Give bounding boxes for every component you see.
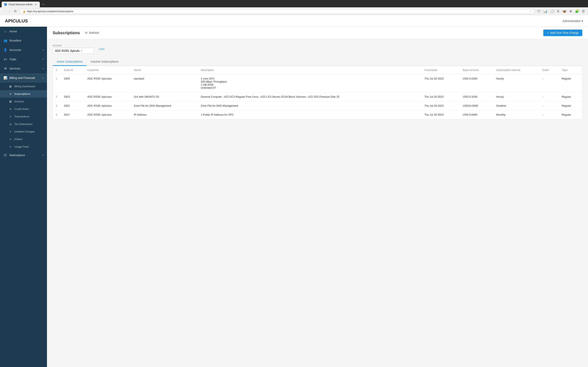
home-icon: ⌂ [3,30,7,33]
sidebar-subitem-tax-deductions[interactable]: ◎ Tax Deductions [0,120,47,128]
sidebar-subitem-subscriptions[interactable]: ≡ Subscriptions [0,90,47,98]
new-tab-button[interactable]: + [41,2,46,7]
cell-subs-id: 2923 [61,92,85,101]
sidebar-item-resellers[interactable]: 👥 Resellers [0,36,47,45]
main-content: Subscriptions ↻ Refresh + Add One-Time C… [47,27,588,367]
butterfly-icon[interactable]: 🦋 [562,8,567,14]
add-one-time-charge-button[interactable]: + Add One-Time Charge [543,30,582,36]
cell-num: 1 [53,74,61,92]
tab-active-subscriptions[interactable]: Active Subscriptions [53,58,86,66]
col-base-amount: Base Amount [460,66,493,74]
content-area: Account ADC-R335: Apiculu ▾ .CSV Active … [47,39,588,367]
sidebar-subitem-label: Transactions [14,115,29,118]
cell-name: 2c4 with UBUNTU 20 [131,92,198,101]
subscriptions-table-container: # Subs ID Customer Name Description Purc… [53,66,582,119]
table-row: 1 2925 ADC-R335: Apiculus standard 1 cor… [53,74,582,92]
sidebar-item-trials[interactable]: 🏷 Trials ▾ [0,55,47,64]
trials-icon: 🏷 [3,58,7,61]
col-customer: Customer [85,66,131,74]
col-order: Order [539,66,559,74]
tax-deductions-icon: ◎ [9,123,12,125]
app-header: APICULUS Administration ▾ [0,15,588,27]
table-row: 2 2923 ADC-R335: Apiculus 2c4 with UBUNT… [53,92,582,101]
cell-description: 1 Public IP Address for VPC [198,110,422,119]
settings-icon[interactable]: ⚙ [568,8,573,14]
sidebar-subitem-label: Subscriptions [14,92,30,95]
nav-refresh-button[interactable]: ↻ [13,8,18,14]
nav-back-button[interactable]: ‹ [2,9,6,14]
col-description: Description [198,66,422,74]
unbilled-charges-icon: ≡ [9,130,12,133]
add-button-label: Add One-Time Charge [550,31,579,34]
cell-order: - [539,92,559,101]
sidebar-item-label: Accounts [9,48,40,52]
extensions-icon[interactable]: 🧩 [574,8,580,14]
sidebar-subitem-invoices[interactable]: ▦ Invoices [0,98,47,105]
sidebar-subitem-transactions[interactable]: ≡ Transactions [0,113,47,120]
cell-num: 3 [53,101,61,110]
cell-type: Regular [559,110,582,119]
sidebar-item-label: Trials [9,58,40,61]
sidebar-subitem-usage-feed[interactable]: ≡ Usage Feed [0,143,47,150]
col-subs-id: Subs ID [61,66,85,74]
sidebar-subitem-label: Credit Notes [14,108,29,110]
refresh-button[interactable]: ↻ Refresh [83,30,101,36]
orders-icon: ≡ [9,138,12,141]
billing-dashboard-icon: ▦ [9,85,12,88]
page-title: Subscriptions [53,31,80,35]
tab-inactive-subscriptions[interactable]: Inactive Subscriptions [86,58,122,66]
sidebar-item-marketplace[interactable]: 🛒 Marketplace ▾ [0,150,47,160]
address-bar[interactable]: 🔒 https://try.apiculus.io/admin/#/subscr… [20,9,535,14]
cell-base-amount: USD 8.6400 [460,110,493,119]
cell-order: - [539,101,559,110]
cell-order: - [539,110,559,119]
trials-chevron: ▾ [43,58,44,60]
cell-base-amount: USD 0.0200 [460,74,493,92]
sidebar-item-services[interactable]: ⚙ Services ▾ [0,64,47,73]
col-interval: Subscription Interval [493,66,539,74]
table-row: 4 2917 ADC-R335: Apiculus IP Address 1 P… [53,110,582,119]
usage-feed-icon: ≡ [9,145,12,148]
cell-base-amount: USD10.0000 [460,101,493,110]
sidebar-subitem-label: Unbilled Charges [14,130,35,133]
sidebar-subitem-unbilled-charges[interactable]: ≡ Unbilled Charges [0,128,47,135]
bar-chart-icon[interactable]: 📊 [543,8,548,14]
sidebar-item-label: Services [9,67,40,70]
sidebar-subitem-orders[interactable]: ≡ Orders [0,135,47,143]
cell-subs-id: 2925 [61,74,85,92]
sidebar-item-billing[interactable]: 📊 Billing and Financial ▴ [0,73,47,83]
admin-menu[interactable]: Administration ▾ [563,19,583,23]
browser-tab-active[interactable]: Cloud Services Admin ✕ [2,2,40,7]
nav-forward-button[interactable]: › [8,9,11,14]
account-value: ADC-R335: Apiculu [55,49,80,52]
sidebar-subitem-billing-dashboard[interactable]: ▦ Billing Dashboard [0,83,47,90]
transactions-icon: ≡ [9,115,12,118]
user-circle-icon[interactable]: K [556,9,560,14]
accounts-chevron: ▾ [43,49,44,51]
admin-chevron: ▾ [582,19,583,23]
cell-interval: Hourly [493,92,539,101]
subscription-tabs: Active Subscriptions Inactive Subscripti… [53,58,582,66]
menu-icon[interactable]: ☰ [581,8,586,14]
sidebar-subitem-label: Tax Deductions [14,123,33,125]
sidebar-subitem-credit-notes[interactable]: ≋ Credit Notes [0,105,47,113]
sidebar-item-home[interactable]: ⌂ Home [0,27,47,36]
cell-customer: ADC-R335: Apiculus [85,74,131,92]
account-select[interactable]: ADC-R335: Apiculu ▾ [53,48,94,54]
cell-purchased: Thu Jul 20 2023 [422,74,460,92]
cell-purchased: Thu Jul 20 2023 [422,101,460,110]
credit-notes-icon: ≋ [9,108,12,110]
refresh-icon: ↻ [85,31,88,35]
sidebar-item-label: Billing and Financial [9,76,40,80]
address-icons: ☆ [529,10,532,13]
url-text: https://try.apiculus.io/admin/#/subscrip… [27,10,528,13]
sidebar-subitem-label: Usage Feed [14,145,29,148]
csv-export-link[interactable]: .CSV [98,48,104,50]
toolbar-icons: 🛡 📊 ⬜ K 🦋 ⚙ 🧩 ☰ [536,8,586,14]
tab-close-button[interactable]: ✕ [34,3,37,6]
sidebar-item-accounts[interactable]: 👤 Accounts ▾ [0,45,47,55]
col-num: # [53,66,61,74]
shield-icon[interactable]: 🛡 [536,9,541,14]
cell-description: General Compute - AZ2 GC2-Regular Free L… [198,92,422,101]
layout-icon[interactable]: ⬜ [549,8,555,14]
